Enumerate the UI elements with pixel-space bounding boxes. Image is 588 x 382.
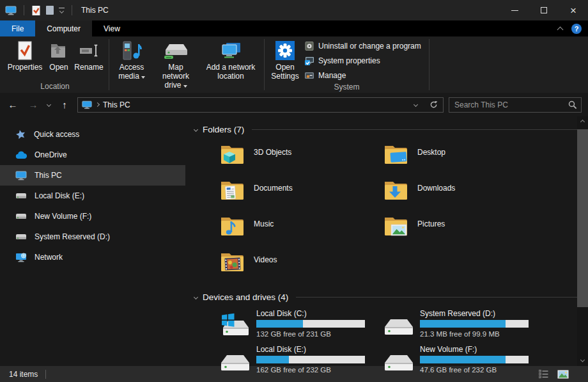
system-properties-button[interactable]: System properties [303,54,425,67]
navigation-pane: Quick access OneDrive This PC Local Disk… [0,116,185,366]
breadcrumb-this-pc[interactable]: This PC [103,100,130,109]
folder-tile-pictures[interactable]: Pictures [384,212,538,248]
open-button[interactable]: Open [46,38,72,73]
refresh-button[interactable] [426,98,440,112]
scrollbar-track[interactable] [577,127,588,355]
window-controls: × [500,0,588,20]
help-icon[interactable]: ? [571,24,582,34]
toolbar-separator [24,5,24,15]
ribbon-group-system-label: System [268,82,425,93]
folder-tile-desktop[interactable]: Desktop [384,141,538,177]
search-input[interactable] [454,100,568,109]
section-header-folders[interactable]: Folders (7) [192,122,577,137]
recent-locations-dropdown-icon[interactable] [47,102,51,107]
tab-computer-label: Computer [47,24,81,33]
folder-tile-label: Music [254,219,274,228]
address-bar[interactable]: This PC [77,97,444,113]
drives-grid: Local Disk (C:) 132 GB free of 231 GB Sy… [220,308,577,380]
scroll-down-button[interactable] [577,355,588,366]
capacity-bar [420,320,529,328]
ribbon-group-network: Access media Map network drive Add a net… [111,36,263,93]
access-media-button[interactable]: Access media [113,38,150,82]
sidebar-item-this-pc[interactable]: This PC [0,165,185,186]
breadcrumb-chevron-icon[interactable] [95,102,100,107]
folder-downloads-icon [384,178,410,201]
rename-button[interactable]: Rename [73,38,105,73]
system-drive-icon [220,313,250,337]
properties-quick-icon[interactable] [31,5,41,16]
status-separator [45,370,46,379]
sidebar-item-label: New Volume (F:) [35,212,91,221]
drive-tile-e[interactable]: Local Disk (E:) 162 GB free of 232 GB [220,344,378,380]
star-icon [15,129,26,140]
sidebar-item-onedrive[interactable]: OneDrive [0,145,185,165]
drive-icon [15,192,27,200]
sidebar-item-local-disk-e[interactable]: Local Disk (E:) [0,186,185,206]
access-media-icon [121,40,143,61]
capacity-bar-fill [256,356,289,363]
capacity-bar-fill [256,320,303,328]
manage-button[interactable]: Manage [303,68,425,82]
folder-tile-label: 3D Objects [254,148,291,157]
capacity-bar [256,356,365,363]
minimize-button[interactable] [500,0,529,20]
drive-free-space: 47.6 GB free of 232 GB [420,366,529,374]
system-properties-icon [304,56,314,66]
folder-tile-downloads[interactable]: Downloads [384,177,538,212]
collapse-ribbon-icon[interactable] [557,27,564,33]
sidebar-item-label: System Reserved (D:) [35,232,110,241]
section-title: Folders (7) [203,125,244,134]
new-folder-quick-icon[interactable] [45,5,54,15]
section-divider [296,297,577,298]
folder-tile-music[interactable]: Music [220,212,374,248]
folder-tile-videos[interactable]: Videos [220,248,374,284]
folder-tile-label: Pictures [417,219,445,228]
scroll-up-button[interactable] [577,116,588,127]
customize-quick-access-dropdown-icon[interactable] [59,8,65,13]
uninstall-program-label: Uninstall or change a program [318,42,421,51]
uninstall-program-button[interactable]: Uninstall or change a program [303,39,425,52]
tab-computer[interactable]: Computer [35,20,92,36]
tab-file[interactable]: File [0,20,35,36]
add-network-location-button[interactable]: Add a network location [201,38,260,82]
properties-button[interactable]: Properties [5,38,45,73]
ribbon-tabstrip: File Computer View ? [0,20,588,36]
ribbon: Properties Open Rename Location Access m… [0,36,588,93]
drive-free-space: 132 GB free of 231 GB [256,330,365,338]
tab-file-label: File [12,24,24,33]
titlebar: This PC × [0,0,588,20]
search-icon[interactable] [568,100,577,109]
drive-tile-d[interactable]: System Reserved (D:) 21.3 MB free of 99.… [384,308,541,344]
explorer-window: This PC × File Computer View ? Propertie… [0,0,588,382]
back-button[interactable]: ← [5,97,20,113]
capacity-bar-fill [420,320,506,328]
vertical-scrollbar[interactable] [577,116,588,366]
ribbon-separator [109,39,109,90]
minimize-icon [511,10,518,11]
sidebar-item-system-reserved-d[interactable]: System Reserved (D:) [0,227,185,247]
folder-tile-documents[interactable]: Documents [220,177,374,212]
open-settings-button[interactable]: Open Settings [268,38,302,82]
up-button[interactable]: ↑ [57,97,72,113]
drive-icon [384,313,414,337]
drive-tile-f[interactable]: New Volume (F:) 47.6 GB free of 232 GB [384,344,541,380]
network-icon [15,253,27,262]
forward-button[interactable]: → [26,97,41,113]
system-properties-label: System properties [318,56,380,65]
address-dropdown-button[interactable] [408,98,422,112]
sidebar-item-network[interactable]: Network [0,247,185,267]
scrollbar-thumb[interactable] [577,129,588,307]
close-button[interactable]: × [559,0,588,20]
sidebar-item-quick-access[interactable]: Quick access [0,124,185,145]
drive-tile-c[interactable]: Local Disk (C:) 132 GB free of 231 GB [220,308,378,344]
map-network-drive-button[interactable]: Map network drive [151,38,200,91]
folder-3d-objects-icon [220,142,246,165]
onedrive-cloud-icon [15,151,27,159]
maximize-button[interactable] [529,0,559,20]
tab-view[interactable]: View [92,20,132,36]
section-header-devices[interactable]: Devices and drives (4) [192,289,577,305]
search-box[interactable] [449,97,582,113]
sidebar-item-new-volume-f[interactable]: New Volume (F:) [0,206,185,227]
folder-tile-3d-objects[interactable]: 3D Objects [220,141,374,177]
capacity-bar-fill [420,356,506,363]
